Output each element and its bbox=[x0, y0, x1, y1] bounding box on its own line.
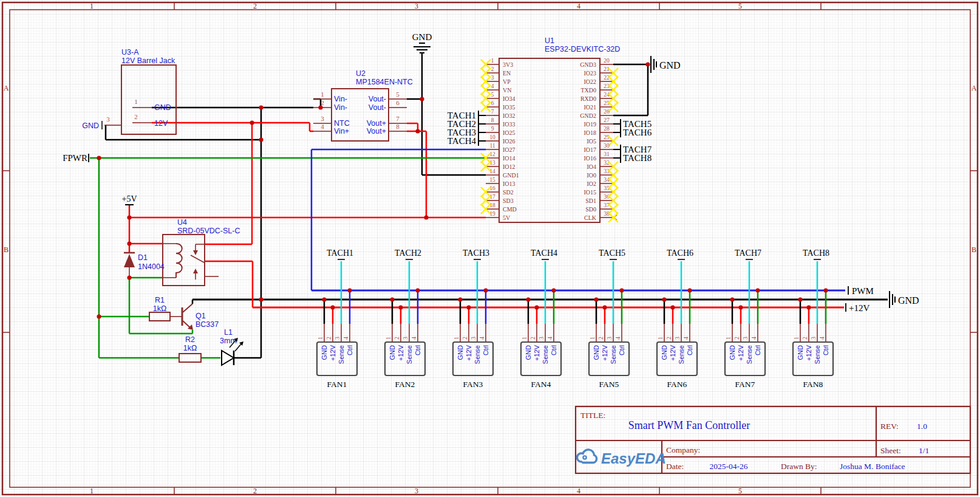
fan-pin-name: +12V bbox=[397, 344, 404, 361]
junction-dot bbox=[97, 314, 101, 318]
q1-ref: Q1 bbox=[196, 312, 206, 320]
u1-pin-number: 13 bbox=[489, 160, 495, 166]
fan-pin-number: 3 bbox=[674, 337, 681, 340]
junction-dot bbox=[416, 289, 420, 293]
sheet-value: 1/1 bbox=[919, 446, 929, 455]
junction-dot bbox=[552, 289, 556, 293]
junction-dot bbox=[399, 306, 403, 310]
fan-pin-number: 4 bbox=[682, 337, 689, 340]
junction-dot bbox=[688, 289, 692, 293]
fan-pin-name: +12V bbox=[805, 344, 812, 361]
frame-column-number: 3 bbox=[415, 2, 418, 10]
fan-pin-number: 4 bbox=[750, 337, 757, 340]
u1-pin-name: IO33 bbox=[503, 121, 516, 128]
junction-dot bbox=[603, 306, 607, 310]
fan-pin-name: GND bbox=[389, 345, 396, 360]
schematic-sheet: FPWR GND +5V PWM +12V GND GND GND GND 12… bbox=[0, 0, 980, 497]
u4-ref: U4 bbox=[177, 218, 187, 227]
fan-pin-name: Sense bbox=[338, 345, 345, 364]
fan-pin-number: 2 bbox=[665, 337, 672, 340]
u1-pin-name: IO13 bbox=[503, 180, 516, 187]
net-label-gnd-u3: GND bbox=[82, 122, 99, 130]
u3-pin3-number: 3 bbox=[106, 115, 110, 123]
u1-pin-number: 18 bbox=[489, 202, 495, 208]
junction-dot bbox=[730, 298, 735, 302]
r1-value: 1kΩ bbox=[153, 304, 167, 313]
fan-pin-number: 3 bbox=[470, 337, 477, 340]
u1-pin-number: 6 bbox=[491, 100, 494, 106]
fan-pin-number: 2 bbox=[733, 337, 740, 340]
junction-dot bbox=[535, 306, 539, 310]
fan-pin-number: 4 bbox=[478, 337, 485, 340]
schematic-title: Smart PWM Fan Controller bbox=[628, 419, 750, 431]
u1-pin-name: GND3 bbox=[580, 61, 596, 68]
u1-pin-number: 10 bbox=[489, 134, 495, 140]
junction-dot bbox=[250, 120, 254, 125]
fan-pin-name: GND bbox=[661, 345, 668, 360]
junction-dot bbox=[318, 105, 322, 109]
frame-row-letter: A bbox=[4, 84, 9, 92]
u1-value: ESP32-DEVKITC-32D bbox=[545, 45, 620, 53]
u1-pin-name: SD3 bbox=[503, 197, 514, 204]
frame-column-number: 2 bbox=[253, 2, 257, 10]
fan-pin-number: 3 bbox=[538, 337, 545, 340]
fan-pin-name: Sense bbox=[474, 345, 481, 364]
u1-pin-name: IO4 bbox=[587, 163, 596, 170]
u1-pin-name: IO16 bbox=[584, 155, 596, 162]
fan-pin-name: GND bbox=[729, 345, 736, 360]
u2-pin-name: Vout+ bbox=[367, 119, 386, 128]
junction-dot bbox=[259, 297, 263, 301]
fan-pin-number: 2 bbox=[393, 337, 400, 340]
fan-pin-number: 1 bbox=[521, 337, 528, 340]
easyeda-logo-text: EasyEDA bbox=[601, 450, 666, 467]
u1-pin-number: 28 bbox=[604, 126, 610, 132]
fan-pin-number: 4 bbox=[546, 337, 553, 340]
u2-pin-number: 3 bbox=[321, 115, 324, 122]
u2-pin-number: 2 bbox=[321, 99, 324, 106]
frame-row-letter: B bbox=[971, 245, 976, 254]
u1-pin-name: VN bbox=[503, 87, 511, 94]
net-label-tach: TACH4 bbox=[447, 136, 477, 146]
u1-pin-name: IO19 bbox=[584, 121, 596, 128]
fan-pin-number: 4 bbox=[342, 337, 349, 340]
net-label-tach-fan: TACH1 bbox=[327, 249, 353, 258]
u1-pin-number: 11 bbox=[489, 143, 495, 149]
company-label: Company: bbox=[666, 445, 700, 454]
u3-value: 12V Barrel Jack bbox=[121, 57, 175, 65]
u2-pin-number: 1 bbox=[321, 91, 324, 98]
u1-pin-name: IO35 bbox=[503, 104, 516, 111]
u1-pin-name: IO32 bbox=[503, 112, 516, 119]
fan-pin-name: Ctrl bbox=[686, 345, 693, 355]
u1-pin-name: TXD0 bbox=[580, 87, 596, 94]
fan-pin-name: Ctrl bbox=[754, 345, 761, 355]
net-label-pwm: PWM bbox=[852, 286, 874, 296]
net-label-tach-fan: TACH4 bbox=[531, 249, 557, 258]
net-label-tach: TACH8 bbox=[623, 153, 652, 163]
u2-pin-name: Vout- bbox=[369, 103, 386, 112]
fan-label: FAN7 bbox=[735, 380, 755, 389]
u1-pin-number: 15 bbox=[489, 177, 495, 183]
fan-pin-number: 2 bbox=[325, 337, 332, 340]
u1-pin-number: 3 bbox=[491, 75, 494, 81]
u1-pin-name: SD0 bbox=[585, 206, 596, 213]
u2-pin-name: Vout+ bbox=[367, 127, 386, 135]
fan-pin-name: +12V bbox=[533, 344, 540, 361]
u1-pin-name: CMD bbox=[503, 206, 517, 213]
fan-pin-name: Sense bbox=[406, 345, 413, 364]
u1-pin-number: 20 bbox=[604, 58, 610, 64]
fan-pin-name: Sense bbox=[610, 345, 617, 364]
fan-pin-number: 3 bbox=[402, 337, 409, 340]
fan-pin-number: 4 bbox=[614, 337, 621, 340]
u1-pin-name: GND2 bbox=[580, 112, 596, 119]
u1-pin-name: RXD0 bbox=[580, 95, 596, 102]
junction-dot bbox=[807, 306, 811, 310]
rev-label: REV: bbox=[880, 422, 899, 431]
fan-pin-name: +12V bbox=[669, 344, 676, 361]
u2-pin-number: 8 bbox=[396, 123, 400, 130]
u3-pin2-number: 2 bbox=[134, 113, 138, 120]
u1-pin-number: 14 bbox=[489, 168, 495, 174]
u1-pin-name: IO22 bbox=[584, 78, 596, 85]
fan-pin-name: Sense bbox=[678, 345, 685, 364]
fan-pin-number: 2 bbox=[461, 337, 468, 340]
junction-dot bbox=[458, 298, 463, 302]
